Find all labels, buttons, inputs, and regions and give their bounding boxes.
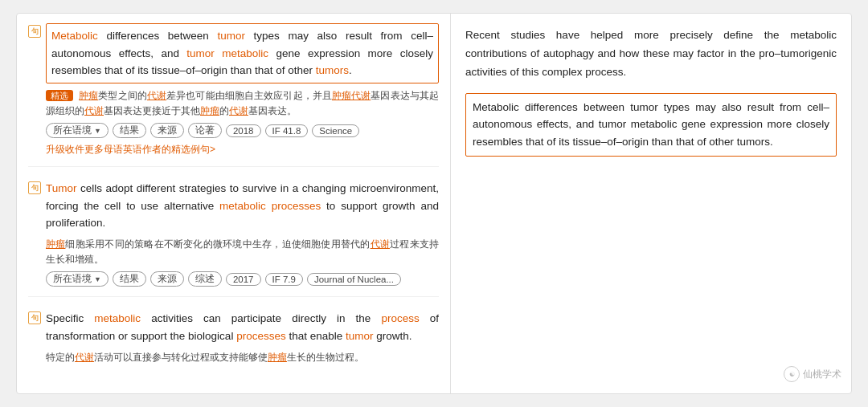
- word-metabolic-2: metabolic: [94, 312, 141, 324]
- right-panel: Recent studies have helped more precisel…: [451, 14, 851, 393]
- tag-if-2: IF 7.9: [265, 273, 303, 286]
- tag-bar-2: 所在语境 ▼ 结果 来源 综述 2017 IF 7.9 Journal of N…: [46, 271, 439, 287]
- word-metabolic-processes-1: metabolic processes: [219, 200, 321, 212]
- watermark-logo: ☯: [784, 366, 800, 382]
- arrow-icon-2: ▼: [94, 275, 101, 283]
- cn-metabolism-3: 代谢: [229, 105, 248, 116]
- sentence-icon-3: 句: [28, 311, 41, 324]
- word-tumors-1: tumors: [316, 64, 349, 76]
- tag-result-2[interactable]: 结果: [113, 271, 146, 287]
- left-panel: 句 Metabolic differences between tumor ty…: [17, 14, 451, 393]
- tag-type-2[interactable]: 综述: [188, 271, 222, 287]
- sentence-en-2: Tumor cells adopt different strategies t…: [46, 180, 439, 232]
- sentence-block-3: 句 Specific metabolic activities can part…: [28, 310, 439, 378]
- sentence-header-1: 句 Metabolic differences between tumor ty…: [28, 23, 439, 83]
- cn-tumor-4: 肿瘤: [268, 352, 287, 363]
- right-wrapper: ↘ Metabolic differences between tumor ty…: [465, 93, 837, 157]
- watermark-text: 仙桃学术: [803, 368, 841, 381]
- cn-tumor-3: 肿瘤: [46, 238, 65, 250]
- highlighted-quote: Metabolic differences between tumor type…: [465, 93, 837, 157]
- sentence-cn-3: 特定的代谢活动可以直接参与转化过程或支持能够使肿瘤生长的生物过程。: [46, 350, 439, 365]
- sentence-en-3: Specific metabolic activities can partic…: [46, 310, 439, 344]
- tag-context-2[interactable]: 所在语境 ▼: [46, 271, 108, 287]
- cn-label-1: 精选: [46, 90, 73, 101]
- cn-tumor-metabolic-1: 肿瘤代谢: [332, 90, 371, 101]
- tag-source-2[interactable]: 来源: [150, 271, 184, 287]
- word-tumor-3: tumor: [346, 330, 374, 342]
- tag-journal-2[interactable]: Journal of Nuclea...: [307, 273, 401, 286]
- tag-year-2: 2017: [226, 273, 261, 286]
- upgrade-link[interactable]: 升级收件更多母语英语作者的精选例句>: [46, 143, 439, 157]
- sentence-cn-1: 精选 肿瘤类型之间的代谢差异也可能由细胞自主效应引起，并且肿瘤代谢基因表达与其起…: [46, 88, 439, 119]
- sentence-block-1: 句 Metabolic differences between tumor ty…: [28, 23, 439, 167]
- word-tumor-2: Tumor: [46, 182, 77, 194]
- word-processes-1: processes: [236, 330, 286, 342]
- word-metabolic-1: Metabolic: [51, 30, 98, 42]
- tag-bar-1: 所在语境 ▼ 结果 来源 论著 2018 IF 41.8 Science: [46, 123, 439, 138]
- tag-journal-1[interactable]: Science: [312, 124, 359, 137]
- word-tumor-metabolic-1: tumor metabolic: [186, 47, 268, 59]
- tag-type-1[interactable]: 论著: [188, 123, 222, 138]
- sentence-block-2: 句 Tumor cells adopt different strategies…: [28, 180, 439, 297]
- cn-tumor-2: 肿瘤: [200, 105, 219, 116]
- word-process-1: process: [381, 312, 419, 324]
- tag-context-1[interactable]: 所在语境 ▼: [46, 123, 108, 138]
- cn-metabolism-4: 代谢: [371, 238, 390, 250]
- word-tumor-1: tumor: [217, 30, 245, 42]
- sentence-en-1: Metabolic differences between tumor type…: [46, 23, 439, 83]
- context-text: Recent studies have helped more precisel…: [465, 26, 837, 82]
- sentence-icon-1: 句: [28, 25, 41, 38]
- connector-arrow-icon: ↘: [451, 67, 457, 90]
- tag-year-1: 2018: [226, 124, 261, 137]
- arrow-icon-1: ▼: [94, 127, 101, 135]
- tag-result-1[interactable]: 结果: [113, 123, 146, 138]
- tag-source-1[interactable]: 来源: [150, 123, 184, 138]
- sentence-header-3: 句 Specific metabolic activities can part…: [28, 310, 439, 344]
- cn-metabolism-2: 代谢: [84, 105, 104, 116]
- sentence-icon-2: 句: [28, 181, 41, 194]
- cn-metabolism-5: 代谢: [75, 352, 94, 363]
- main-container: 句 Metabolic differences between tumor ty…: [16, 13, 852, 394]
- sentence-cn-2: 肿瘤细胞采用不同的策略在不断变化的微环境中生存，迫使细胞使用替代的代谢过程来支持…: [46, 237, 439, 267]
- watermark: ☯ 仙桃学术: [784, 366, 841, 382]
- tag-if-1: IF 41.8: [265, 124, 309, 137]
- cn-tumor-1: 肿瘤: [79, 90, 98, 101]
- cn-metabolism-1: 代谢: [147, 90, 166, 101]
- sentence-header-2: 句 Tumor cells adopt different strategies…: [28, 180, 439, 232]
